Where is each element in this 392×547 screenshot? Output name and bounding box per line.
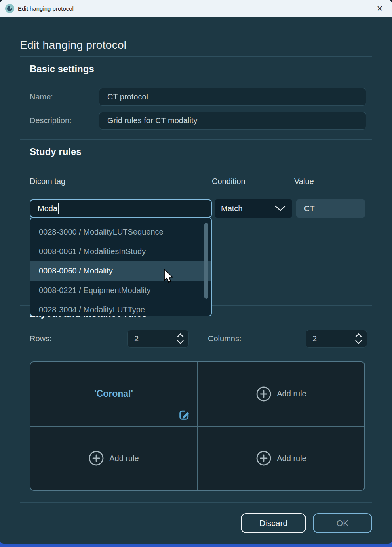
grid-cell-add-rule[interactable]: Add rule	[198, 362, 364, 426]
separator	[20, 139, 372, 140]
dicom-tag-input[interactable]: Moda	[30, 199, 212, 218]
dropdown-item-selected[interactable]: 0008-0060 / Modality	[30, 261, 211, 281]
dropdown-scrollbar[interactable]	[204, 223, 208, 299]
dropdown-item[interactable]: 0028-3004 / ModalityLUTType	[30, 300, 211, 316]
spinner-up-icon[interactable]	[177, 333, 184, 337]
separator	[20, 502, 372, 503]
column-header-condition: Condition	[212, 177, 245, 186]
rows-label: Rows:	[30, 330, 52, 348]
columns-label: Columns:	[208, 330, 241, 348]
study-rules-heading: Study rules	[30, 146, 82, 157]
plus-circle-icon	[88, 450, 104, 466]
description-input[interactable]	[99, 112, 366, 130]
value-input-text: CT	[304, 204, 315, 213]
columns-stepper[interactable]: 2	[306, 330, 367, 348]
text-caret	[58, 203, 59, 214]
plus-circle-icon	[256, 386, 272, 402]
dropdown-item[interactable]: 0008-0221 / EquipmentModality	[30, 281, 211, 300]
coronal-rule-label: 'Coronal'	[94, 388, 133, 399]
grid-cell-add-rule[interactable]: Add rule	[30, 427, 197, 490]
dicom-tag-input-text: Moda	[38, 204, 57, 213]
column-header-value: Value	[294, 177, 314, 186]
page-title: Edit hanging protocol	[20, 39, 126, 52]
name-label: Name:	[30, 88, 53, 106]
grid-cell-coronal[interactable]: 'Coronal'	[30, 362, 197, 426]
add-rule-label: Add rule	[109, 454, 139, 463]
value-input[interactable]: CT	[296, 199, 365, 218]
columns-value: 2	[312, 334, 317, 343]
column-header-dicom-tag: Dicom tag	[30, 177, 65, 186]
separator	[20, 56, 372, 57]
dicom-tag-dropdown: 0028-3000 / ModalityLUTSequence 0008-006…	[30, 217, 212, 316]
dropdown-item[interactable]: 0028-3000 / ModalityLUTSequence	[30, 222, 211, 242]
basic-settings-heading: Basic settings	[30, 63, 94, 75]
close-icon[interactable]: ✕	[373, 2, 386, 15]
plus-circle-icon	[256, 450, 272, 466]
app-logo-icon	[5, 4, 14, 13]
dropdown-item[interactable]: 0008-0061 / ModalitiesInStudy	[30, 242, 211, 261]
name-input[interactable]	[99, 88, 366, 106]
spinner-down-icon[interactable]	[355, 340, 362, 344]
rows-stepper[interactable]: 2	[127, 330, 189, 348]
ok-button[interactable]: OK	[313, 513, 372, 533]
layout-grid: 'Coronal' Add rule	[30, 361, 365, 491]
mouse-cursor	[164, 269, 173, 283]
add-rule-label: Add rule	[277, 454, 306, 463]
spinner-down-icon[interactable]	[177, 340, 184, 344]
titlebar: Edit hanging protocol ✕	[0, 0, 392, 17]
window-title: Edit hanging protocol	[18, 5, 74, 12]
add-rule-label: Add rule	[277, 389, 306, 398]
description-label: Description:	[30, 112, 72, 130]
edit-hanging-protocol-window: Edit hanging protocol ✕ Edit hanging pro…	[0, 0, 392, 544]
grid-cell-add-rule[interactable]: Add rule	[198, 427, 364, 490]
discard-button[interactable]: Discard	[241, 513, 306, 533]
condition-select-value: Match	[221, 204, 242, 213]
spinner-up-icon[interactable]	[355, 333, 362, 337]
rows-value: 2	[134, 334, 139, 343]
edit-icon[interactable]	[178, 409, 190, 421]
chevron-down-icon	[275, 205, 286, 212]
condition-select[interactable]: Match	[215, 199, 292, 218]
dialog-body: Edit hanging protocol Basic settings Nam…	[0, 17, 392, 544]
